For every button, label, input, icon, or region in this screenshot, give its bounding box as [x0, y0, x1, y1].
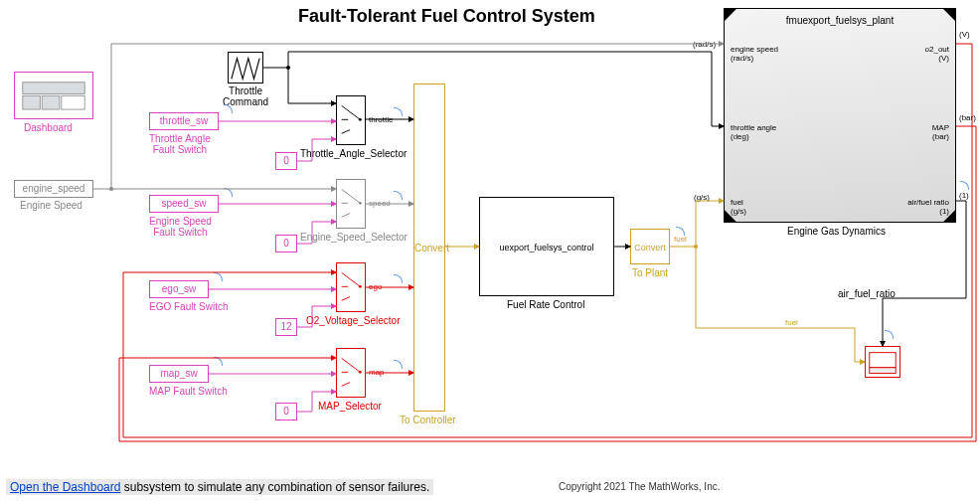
const-0a[interactable]: 0 [275, 152, 297, 170]
svg-line-8 [342, 189, 361, 203]
svg-line-6 [342, 130, 350, 134]
wifi-icon [214, 272, 223, 281]
ego-sw-label: EGO Fault Switch [149, 301, 228, 312]
map-sw-label: MAP Fault Switch [149, 386, 228, 397]
throttle-selector-port: throttle [369, 115, 393, 124]
plant-p-right-2: air/fuel ratio(1) [907, 198, 949, 216]
map-selector-port: map [369, 368, 385, 377]
svg-point-26 [286, 66, 290, 70]
dashboard-block[interactable] [14, 72, 93, 119]
wifi-icon [224, 104, 233, 113]
map-selector[interactable] [336, 348, 366, 398]
to-controller-block[interactable]: Convert [413, 84, 445, 412]
throttle-sw-block[interactable]: throttle_sw [149, 112, 219, 130]
throttle-selector[interactable] [336, 95, 366, 145]
wifi-icon [394, 274, 403, 283]
wifi-icon [394, 191, 403, 200]
svg-point-11 [359, 202, 362, 205]
plant-p-left-1: throttle angle(deg) [731, 123, 776, 141]
const-0b[interactable]: 0 [275, 235, 297, 252]
scope-block[interactable] [865, 346, 900, 378]
plant-fuel-gs: (g/s) [694, 193, 710, 202]
speed-selector[interactable] [336, 179, 366, 229]
o2-selector-label: O2_Voltage_Selector [306, 315, 401, 326]
dashboard-label: Dashboard [24, 122, 73, 133]
svg-point-28 [694, 245, 698, 249]
engine-speed-source-text: engine_speed [23, 183, 85, 194]
svg-point-27 [109, 187, 113, 191]
engine-speed-source-label: Engine Speed [20, 200, 82, 211]
wifi-icon [214, 357, 223, 366]
o2-selector-port: ego [369, 282, 382, 291]
wifi-icon [960, 181, 969, 190]
plant-block[interactable]: fmuexport_fuelsys_plant engine speed(rad… [724, 8, 956, 223]
throttle-selector-label: Throttle_Angle_Selector [300, 148, 407, 159]
svg-point-19 [359, 371, 362, 374]
o2-selector[interactable] [336, 262, 366, 312]
plant-title: fmuexport_fuelsys_plant [725, 15, 955, 26]
speed-sw-block[interactable]: speed_sw [149, 195, 219, 213]
svg-line-4 [342, 105, 361, 119]
wifi-icon [394, 107, 403, 116]
copyright: Copyright 2021 The MathWorks, Inc. [559, 481, 721, 492]
svg-rect-24 [870, 353, 896, 368]
plant-p-right-0: o2_out(V) [925, 45, 949, 63]
svg-point-15 [359, 285, 362, 288]
to-plant-label: To Plant [632, 267, 668, 278]
engine-speed-source[interactable]: engine_speed [14, 180, 93, 198]
speed-sw-label: Engine Speed Fault Switch [149, 216, 212, 238]
svg-line-10 [342, 214, 350, 218]
afr-label: air_fuel_ratio [838, 288, 896, 299]
diagram-title: Fault-Tolerant Fuel Control System [298, 6, 595, 27]
plant-p-right-1: MAP(bar) [932, 123, 949, 141]
svg-line-18 [342, 383, 350, 387]
speed-selector-port: speed [369, 199, 391, 208]
svg-rect-1 [23, 95, 41, 109]
const-12[interactable]: 12 [275, 318, 297, 336]
plant-p-left-2: fuel(g/s) [731, 198, 746, 216]
svg-rect-3 [62, 95, 84, 109]
throttle-command-block[interactable] [228, 52, 263, 84]
wifi-icon [676, 227, 685, 236]
fuel-rate-control-block[interactable]: uexport_fuelsys_control [479, 197, 614, 296]
map-selector-label: MAP_Selector [318, 401, 382, 412]
to-plant-out: fuel [674, 235, 687, 244]
plant-ext-right-1: (bar) [959, 113, 976, 122]
wifi-icon [885, 330, 894, 339]
to-plant-block[interactable]: Convert [630, 229, 670, 264]
plant-ext-right-0: (V) [959, 30, 970, 39]
svg-point-7 [359, 118, 362, 121]
svg-rect-2 [42, 95, 60, 109]
speed-selector-label: Engine_Speed_Selector [300, 232, 408, 243]
svg-line-16 [342, 358, 361, 372]
fuel-sig-label: fuel [785, 318, 798, 327]
const-0c[interactable]: 0 [275, 403, 297, 420]
wifi-icon [224, 188, 233, 197]
plant-label: Engine Gas Dynamics [787, 226, 886, 237]
svg-line-12 [342, 272, 361, 286]
plant-ext-left: (rad/s) [693, 40, 716, 49]
svg-rect-0 [23, 83, 84, 94]
footer-rest: subsystem to simulate any combination of… [120, 480, 429, 494]
ego-sw-block[interactable]: ego_sw [149, 280, 209, 298]
plant-p-left-0: engine speed(rad/s) [731, 45, 778, 63]
to-controller-label: To Controller [400, 415, 456, 425]
fuel-rate-control-label: Fuel Rate Control [507, 299, 584, 310]
footer: Open the Dashboard subsystem to simulate… [6, 479, 433, 495]
plant-ext-right-2: (1) [959, 191, 969, 200]
svg-line-14 [342, 297, 350, 301]
wifi-icon [394, 360, 403, 369]
svg-rect-25 [870, 368, 896, 374]
map-sw-block[interactable]: map_sw [149, 365, 209, 383]
open-dashboard-link[interactable]: Open the Dashboard [10, 480, 120, 494]
throttle-sw-label: Throttle Angle Fault Switch [149, 133, 211, 155]
